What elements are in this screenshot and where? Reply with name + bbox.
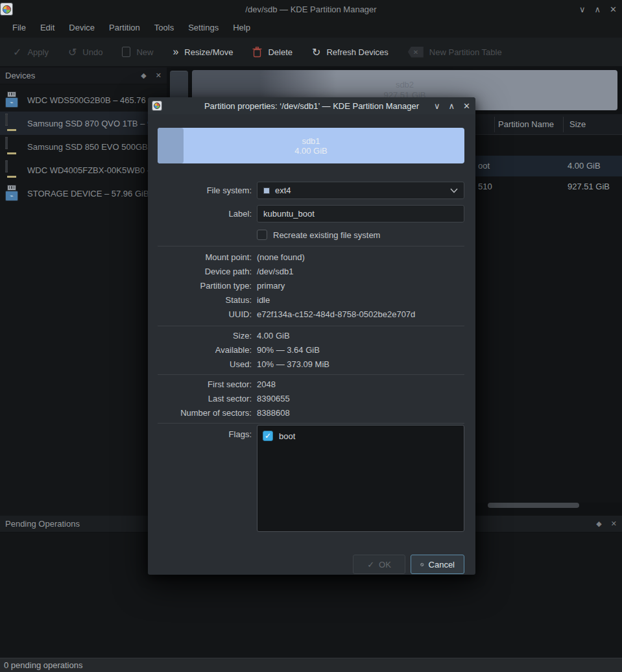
minimize-icon[interactable]: ∨ [579, 5, 586, 14]
apply-check-icon: ✓ [13, 46, 21, 58]
pending-operations-count: 0 pending operations [4, 660, 82, 670]
filesystem-value: ext4 [275, 186, 291, 195]
hard-disk-icon [5, 162, 19, 178]
resize-move-icon: » [173, 46, 178, 58]
filesystem-color-swatch [263, 187, 270, 194]
menu-device[interactable]: Device [62, 18, 102, 38]
refresh-icon: ↻ [312, 46, 320, 58]
refresh-devices-button[interactable]: ↻ Refresh Devices [312, 46, 389, 58]
window-title: /dev/sdb — KDE Partition Manager [0, 5, 622, 14]
device-item-wd4005[interactable]: WDC WD4005FZBX-00K5WB0 – [0, 158, 167, 182]
filesystem-dropdown[interactable]: ext4 [257, 182, 464, 199]
menu-edit[interactable]: Edit [33, 18, 62, 38]
flag-item-boot: ✓ boot [263, 431, 459, 441]
flags-label: Flags: [158, 425, 252, 532]
undo-button[interactable]: ↺ Undo [68, 46, 102, 58]
device-item-storage-device[interactable]: ⌁ STORAGE DEVICE – 57.96 GiB ( [0, 182, 167, 205]
new-partition-table-icon: ✕ [408, 47, 424, 58]
usb-drive-icon: ⌁ [5, 185, 19, 202]
uuid-value: e72f134a-c152-484d-8758-0502be2e707d [257, 307, 464, 322]
number-of-sectors-label: Number of sectors: [158, 406, 252, 420]
used-space-segment [158, 128, 184, 163]
column-header-size[interactable]: Size [569, 114, 586, 135]
delete-button[interactable]: Delete [252, 47, 293, 58]
label-fragment: 510 [478, 176, 492, 197]
number-of-sectors-value: 8388608 [257, 406, 464, 420]
status-value: idle [257, 293, 464, 307]
recreate-filesystem-checkbox-row: Recreate existing file system [257, 230, 464, 240]
recreate-filesystem-checkbox[interactable] [257, 230, 267, 240]
close-icon[interactable]: ✕ [463, 101, 470, 111]
mount-point-value: (none found) [257, 250, 464, 265]
boot-flag-checkbox[interactable]: ✓ [263, 431, 273, 441]
dialog-title: Partition properties: ‘/dev/sdb1’ — KDE … [148, 101, 475, 111]
menu-file[interactable]: File [5, 18, 33, 38]
new-partition-table-button[interactable]: ✕ New Partition Table [408, 47, 502, 58]
first-sector-value: 2048 [257, 378, 464, 392]
apply-button[interactable]: ✓ Apply [13, 46, 49, 58]
horizontal-scrollbar[interactable] [488, 503, 579, 508]
device-path-value: /dev/sdb1 [257, 265, 464, 279]
maximize-icon[interactable]: ∧ [595, 5, 601, 14]
ok-check-icon: ✓ [367, 560, 374, 570]
new-document-icon [122, 47, 130, 57]
label-input[interactable]: kubuntu_boot [257, 205, 464, 222]
float-panel-icon[interactable]: ◆ [596, 520, 601, 528]
partition-type-value: primary [257, 279, 464, 293]
label-label: Label: [158, 209, 252, 219]
device-item-wds500[interactable]: ⌁ WDC WDS500G2B0B – 465.76 G [0, 88, 167, 112]
menu-tools[interactable]: Tools [147, 18, 181, 38]
cancel-button[interactable]: Cancel [411, 555, 464, 574]
chevron-down-icon [450, 188, 458, 193]
partition-properties-dialog: Partition properties: ‘/dev/sdb1’ — KDE … [148, 97, 475, 575]
column-header-partition-name[interactable]: Partition Name [498, 114, 554, 135]
first-sector-label: First sector: [158, 378, 252, 392]
menu-partition[interactable]: Partition [102, 18, 147, 38]
device-list: ⌁ WDC WDS500G2B0B – 465.76 G Samsung SSD… [0, 84, 167, 205]
hard-disk-icon [5, 138, 19, 155]
menu-help[interactable]: Help [226, 18, 257, 38]
dialog-titlebar: Partition properties: ‘/dev/sdb1’ — KDE … [148, 97, 475, 114]
status-label: Status: [158, 293, 252, 307]
label-value: kubuntu_boot [263, 209, 315, 219]
available-value: 90% — 3.64 GiB [257, 343, 464, 357]
ok-button[interactable]: ✓ OK [353, 555, 405, 574]
maximize-icon[interactable]: ∧ [449, 101, 455, 111]
size-cell: 927.51 GiB [568, 176, 610, 197]
minimize-icon[interactable]: ∨ [434, 101, 440, 111]
mount-point-label: Mount point: [158, 250, 252, 265]
hard-disk-icon [5, 115, 19, 132]
device-item-samsung-870[interactable]: Samsung SSD 870 QVO 1TB – 9 [0, 112, 167, 135]
partition-preview: sdb1 4.00 GiB [158, 128, 464, 163]
screen: /dev/sdb — KDE Partition Manager ∨ ∧ ✕ F… [0, 0, 622, 672]
size-label: Size: [158, 329, 252, 343]
close-icon[interactable]: ✕ [610, 5, 617, 14]
sdb2-name: sdb2 [396, 80, 414, 90]
size-value: 4.00 GiB [257, 329, 464, 343]
size-cell: 4.00 GiB [568, 156, 601, 176]
close-panel-icon[interactable]: ✕ [611, 520, 617, 528]
devices-panel: Devices ◆ ✕ ⌁ WDC WDS500G2B0B – 465.76 G… [0, 67, 167, 516]
undo-icon: ↺ [68, 46, 77, 58]
resize-move-button[interactable]: » Resize/Move [173, 46, 233, 58]
recreate-filesystem-label: Recreate existing file system [273, 230, 380, 240]
float-panel-icon[interactable]: ◆ [141, 71, 146, 80]
preview-partition-size: 4.00 GiB [294, 146, 328, 156]
partition-type-label: Partition type: [158, 279, 252, 293]
last-sector-value: 8390655 [257, 392, 464, 406]
available-label: Available: [158, 343, 252, 357]
preview-partition-name: sdb1 [302, 136, 320, 146]
last-sector-label: Last sector: [158, 392, 252, 406]
trash-icon [252, 47, 262, 58]
flags-list[interactable]: ✓ boot [257, 425, 464, 532]
device-item-samsung-850[interactable]: Samsung SSD 850 EVO 500GB [0, 135, 167, 158]
label-fragment: oot [478, 156, 490, 176]
new-button[interactable]: New [122, 47, 153, 57]
devices-panel-header: Devices ◆ ✕ [0, 67, 167, 84]
used-label: Used: [158, 357, 252, 372]
used-value: 10% — 373.09 MiB [257, 357, 464, 372]
filesystem-label: File system: [158, 186, 252, 195]
close-panel-icon[interactable]: ✕ [156, 71, 161, 80]
menu-settings[interactable]: Settings [181, 18, 226, 38]
uuid-label: UUID: [158, 307, 252, 322]
